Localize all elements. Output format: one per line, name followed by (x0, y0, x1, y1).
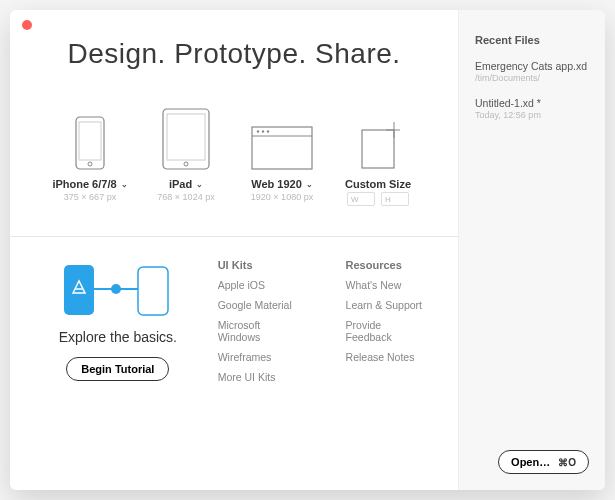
shortcut-label: ⌘O (558, 457, 576, 468)
start-window: Design. Prototype. Share. iPhone 6/7/8⌄ … (10, 10, 605, 490)
svg-point-10 (267, 130, 269, 132)
svg-rect-14 (64, 265, 94, 315)
iphone-icon (75, 100, 105, 170)
svg-rect-6 (252, 127, 312, 169)
preset-iphone[interactable]: iPhone 6/7/8⌄ 375 × 667 px (42, 100, 138, 206)
resource-link[interactable]: What's New (346, 279, 430, 291)
uikits-column: UI Kits Apple iOS Google Material Micros… (218, 259, 306, 391)
uikits-heading: UI Kits (218, 259, 306, 271)
explore-section: Explore the basics. Begin Tutorial (38, 255, 198, 391)
svg-rect-0 (76, 117, 104, 169)
uikit-link[interactable]: Wireframes (218, 351, 306, 363)
resource-link[interactable]: Provide Feedback (346, 319, 430, 343)
svg-point-8 (257, 130, 259, 132)
lower-section: Explore the basics. Begin Tutorial UI Ki… (38, 255, 430, 391)
svg-point-9 (262, 130, 264, 132)
main-panel: Design. Prototype. Share. iPhone 6/7/8⌄ … (10, 10, 458, 490)
uikit-link[interactable]: More UI Kits (218, 371, 306, 383)
svg-rect-1 (79, 122, 101, 160)
custom-width-input[interactable]: W (347, 192, 375, 206)
link-lists: UI Kits Apple iOS Google Material Micros… (218, 255, 430, 391)
svg-rect-11 (362, 130, 394, 168)
explore-illustration (58, 259, 178, 319)
uikit-link[interactable]: Apple iOS (218, 279, 306, 291)
preset-ipad[interactable]: iPad⌄ 768 × 1024 px (138, 100, 234, 206)
preset-custom[interactable]: Custom Size W H (330, 100, 426, 206)
svg-rect-15 (138, 267, 168, 315)
resources-heading: Resources (346, 259, 430, 271)
resource-link[interactable]: Learn & Support (346, 299, 430, 311)
sidebar: Recent Files Emergency Cats app.xd /tim/… (458, 10, 605, 490)
headline: Design. Prototype. Share. (38, 38, 430, 70)
chevron-down-icon: ⌄ (306, 180, 313, 189)
open-button[interactable]: Open… ⌘O (498, 450, 589, 474)
recent-file[interactable]: Emergency Cats app.xd /tim/Documents/ (475, 60, 589, 83)
divider (10, 236, 458, 237)
uikit-link[interactable]: Microsoft Windows (218, 319, 306, 343)
svg-point-5 (184, 162, 188, 166)
recent-file[interactable]: Untitled-1.xd * Today, 12:56 pm (475, 97, 589, 120)
custom-height-input[interactable]: H (381, 192, 409, 206)
custom-size-icon (356, 100, 400, 170)
resources-column: Resources What's New Learn & Support Pro… (346, 259, 430, 391)
preset-web[interactable]: Web 1920⌄ 1920 × 1080 px (234, 100, 330, 206)
browser-icon (251, 100, 313, 170)
explore-title: Explore the basics. (59, 329, 177, 345)
chevron-down-icon: ⌄ (121, 180, 128, 189)
svg-point-17 (111, 284, 121, 294)
begin-tutorial-button[interactable]: Begin Tutorial (66, 357, 169, 381)
chevron-down-icon: ⌄ (196, 180, 203, 189)
svg-rect-4 (167, 114, 205, 160)
close-icon[interactable] (22, 20, 32, 30)
preset-row: iPhone 6/7/8⌄ 375 × 667 px iPad⌄ 768 × 1… (38, 100, 430, 206)
svg-point-2 (88, 162, 92, 166)
uikit-link[interactable]: Google Material (218, 299, 306, 311)
resource-link[interactable]: Release Notes (346, 351, 430, 363)
recent-files-heading: Recent Files (475, 34, 589, 46)
ipad-icon (162, 100, 210, 170)
